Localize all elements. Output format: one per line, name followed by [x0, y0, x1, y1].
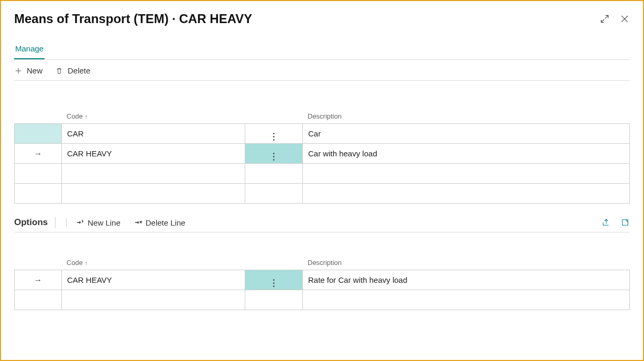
grid-2-headers: Code ↑ Description	[14, 259, 630, 267]
grid-1: Code ↑ Description CARCar→CAR HEAVYCar w…	[14, 112, 630, 204]
grid-1-headers: Code ↑ Description	[14, 112, 630, 120]
row-actions-cell[interactable]	[245, 270, 303, 290]
grid-2: Code ↑ Description →CAR HEAVYRate for Ca…	[14, 259, 630, 310]
grid-1-table: CARCar→CAR HEAVYCar with heavy load	[14, 123, 630, 204]
row-selector-cell[interactable]: →	[15, 144, 62, 164]
current-row-arrow-icon: →	[34, 149, 42, 158]
table-row[interactable]	[15, 184, 630, 204]
expand-icon[interactable]	[599, 14, 610, 24]
more-vertical-icon[interactable]	[273, 133, 275, 141]
toolbar: New Delete	[14, 61, 630, 81]
page-title: Means of Transport (TEM) · CAR HEAVY	[14, 12, 252, 26]
grid-2-table: →CAR HEAVYRate for Car with heavy load	[14, 270, 630, 310]
sort-asc-icon: ↑	[85, 260, 88, 266]
header: Means of Transport (TEM) · CAR HEAVY	[14, 12, 630, 26]
plus-icon	[14, 67, 23, 75]
delete-button[interactable]: Delete	[55, 66, 90, 75]
row-actions-cell[interactable]	[245, 164, 303, 184]
description-cell[interactable]: Car with heavy load	[303, 144, 630, 164]
description-cell[interactable]: Car	[303, 124, 630, 144]
new-line-button[interactable]: New Line	[66, 218, 121, 227]
row-selector-cell[interactable]: →	[15, 270, 62, 290]
delete-line-icon	[134, 218, 143, 227]
table-row[interactable]: CARCar	[15, 124, 630, 144]
share-icon[interactable]	[602, 218, 611, 227]
tab-strip: Manage	[14, 41, 630, 60]
row-selector-cell[interactable]	[15, 124, 62, 144]
grid-2-header-description[interactable]: Description	[308, 259, 630, 267]
sort-asc-icon: ↑	[85, 113, 88, 120]
row-actions-cell[interactable]	[245, 184, 303, 204]
close-icon[interactable]	[619, 14, 630, 24]
current-row-arrow-icon: →	[34, 275, 42, 284]
page-frame: Means of Transport (TEM) · CAR HEAVY Man…	[0, 0, 644, 361]
grid-1-header-code[interactable]: Code ↑	[67, 112, 250, 120]
delete-line-label: Delete Line	[146, 218, 185, 227]
window-controls	[599, 14, 630, 24]
more-vertical-icon[interactable]	[273, 279, 275, 287]
options-label[interactable]: Options	[14, 217, 56, 228]
code-cell[interactable]: CAR	[62, 124, 245, 144]
row-actions-cell[interactable]	[245, 290, 303, 310]
trash-icon	[55, 67, 63, 75]
sub-toolbar-right	[602, 218, 630, 227]
table-row[interactable]: →CAR HEAVYCar with heavy load	[15, 144, 630, 164]
table-row[interactable]	[15, 290, 630, 310]
description-cell[interactable]: Rate for Car with heavy load	[303, 270, 630, 290]
sub-toolbar-left: Options New Line Delete Line	[14, 217, 185, 228]
popout-icon[interactable]	[620, 218, 630, 227]
code-cell[interactable]	[62, 290, 245, 310]
delete-line-button[interactable]: Delete Line	[131, 218, 185, 227]
code-cell[interactable]: CAR HEAVY	[62, 144, 245, 164]
new-line-icon	[76, 218, 84, 227]
toolbar-left: New Delete	[14, 66, 90, 75]
more-vertical-icon[interactable]	[273, 153, 275, 161]
new-button-label: New	[27, 66, 42, 75]
new-line-label: New Line	[88, 218, 121, 227]
code-cell[interactable]	[62, 164, 245, 184]
description-cell[interactable]	[303, 164, 630, 184]
delete-button-label: Delete	[68, 66, 90, 75]
grid-1-header-description[interactable]: Description	[308, 112, 630, 120]
row-selector-cell[interactable]	[15, 164, 62, 184]
new-button[interactable]: New	[14, 66, 42, 75]
code-cell[interactable]	[62, 184, 245, 204]
grid-2-header-code[interactable]: Code ↑	[67, 259, 250, 267]
row-actions-cell[interactable]	[245, 144, 303, 164]
row-selector-cell[interactable]	[15, 290, 62, 310]
description-cell[interactable]	[303, 290, 630, 310]
description-cell[interactable]	[303, 184, 630, 204]
sub-toolbar: Options New Line Delete Line	[14, 213, 630, 232]
row-actions-cell[interactable]	[245, 124, 303, 144]
table-row[interactable]	[15, 164, 630, 184]
code-cell[interactable]: CAR HEAVY	[62, 270, 245, 290]
table-row[interactable]: →CAR HEAVYRate for Car with heavy load	[15, 270, 630, 290]
row-selector-cell[interactable]	[15, 184, 62, 204]
tab-manage[interactable]: Manage	[14, 41, 45, 59]
